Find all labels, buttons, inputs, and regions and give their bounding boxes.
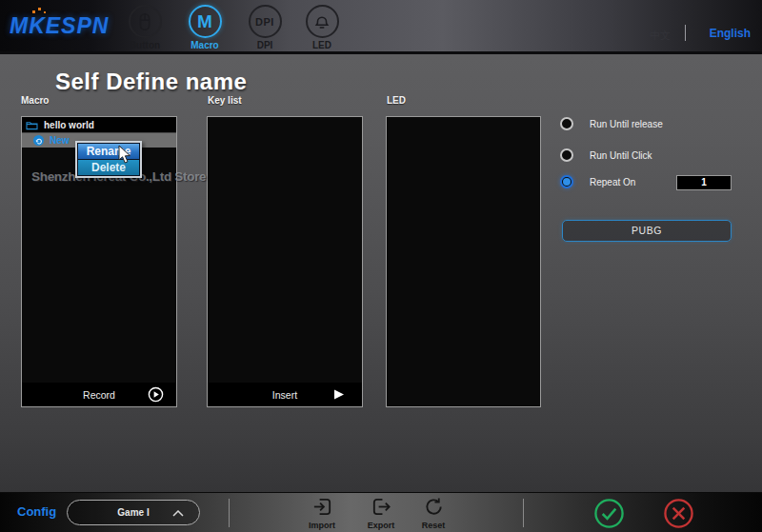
dpi-icon: DPI: [249, 5, 282, 38]
page-title: Self Define name: [55, 69, 247, 95]
language-divider: [685, 25, 686, 41]
tab-macro-label: Macro: [174, 40, 235, 50]
import-label: Import: [294, 521, 350, 530]
radio-run-until-click[interactable]: Run Until Click: [560, 148, 652, 162]
mouse-icon: [129, 5, 162, 38]
import-button[interactable]: Import: [294, 496, 350, 530]
folder-icon: [26, 120, 38, 130]
radio-circle: [560, 117, 573, 130]
repeat-count-input[interactable]: 1: [676, 175, 732, 190]
footer-divider-left: [229, 499, 230, 527]
export-label: Export: [353, 521, 409, 530]
reset-button[interactable]: Reset: [406, 496, 461, 530]
macro-item-icon: [33, 135, 44, 146]
tab-button[interactable]: Button: [114, 5, 175, 50]
language-option-dim[interactable]: 中文: [650, 29, 671, 43]
top-bar: MKESPN Button M Macro DPI DPI LED: [0, 0, 762, 54]
radio-label: Run Until Click: [590, 150, 652, 161]
tab-led-label: LED: [291, 40, 352, 50]
macro-item-name: New: [50, 135, 70, 146]
radio-circle: [560, 148, 573, 162]
macro-m-icon: M: [189, 5, 222, 38]
tab-dpi[interactable]: DPI DPI: [234, 5, 295, 50]
reset-icon: [423, 496, 445, 518]
record-button-label: Record: [83, 389, 115, 401]
language-option-english[interactable]: English: [710, 27, 751, 40]
export-button[interactable]: Export: [353, 496, 409, 530]
bottom-bar: Config Game I Import Export: [0, 492, 762, 532]
macro-panel-label: Macro: [21, 95, 49, 106]
keylist-panel-label: Key list: [208, 95, 242, 106]
profile-dropdown[interactable]: Game I: [67, 500, 200, 525]
tab-led[interactable]: LED: [291, 5, 352, 50]
record-button[interactable]: Record: [22, 383, 176, 406]
radio-repeat-on[interactable]: Repeat On: [560, 175, 635, 188]
led-lamp-icon: [306, 5, 339, 38]
export-icon: [371, 496, 392, 518]
led-panel-label: LED: [387, 95, 406, 106]
record-play-icon: [148, 386, 164, 403]
import-icon: [311, 496, 333, 518]
apply-button[interactable]: [593, 498, 625, 529]
config-label: Config: [17, 504, 56, 519]
footer-divider-right: [523, 499, 524, 527]
macro-folder-row[interactable]: hello world: [22, 117, 176, 133]
insert-button[interactable]: Insert: [208, 383, 362, 406]
mouse-config-window: MKESPN Button M Macro DPI DPI LED: [0, 0, 762, 532]
brand-logo: MKESPN: [10, 13, 109, 39]
insert-arrow-icon: [333, 389, 345, 400]
key-list-panel: Insert: [207, 116, 363, 407]
led-panel: [386, 116, 541, 407]
insert-button-label: Insert: [272, 389, 297, 401]
reset-label: Reset: [406, 521, 461, 530]
cancel-button[interactable]: [663, 498, 694, 529]
radio-label: Run Until release: [590, 119, 663, 129]
radio-circle: [560, 175, 573, 188]
tab-button-label: Button: [114, 40, 175, 50]
pubg-button[interactable]: PUBG: [562, 220, 732, 242]
chevron-up-icon: [172, 510, 184, 517]
radio-label: Repeat On: [590, 177, 635, 187]
macro-folder-name: hello world: [44, 120, 94, 130]
radio-run-until-release[interactable]: Run Until release: [560, 117, 663, 130]
logo-pixels-decoration: [32, 8, 51, 15]
tab-macro[interactable]: M Macro: [174, 5, 235, 50]
tab-dpi-label: DPI: [234, 40, 295, 50]
mouse-cursor: [118, 145, 132, 165]
